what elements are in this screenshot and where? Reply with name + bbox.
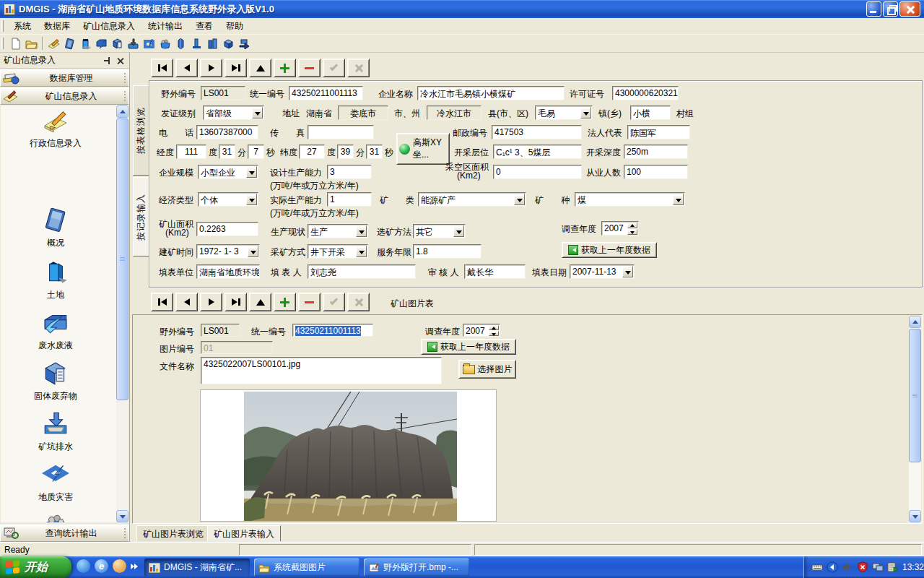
photo-no-input[interactable]: 01 — [201, 341, 273, 354]
status-combo[interactable]: 生产 — [308, 224, 368, 238]
economy-combo[interactable]: 个体 — [198, 192, 258, 207]
pin-icon[interactable] — [103, 56, 113, 66]
sidebar-item-solid-waste[interactable]: 固体废弃物 — [1, 360, 110, 401]
lon-sec-input[interactable]: 7 — [248, 144, 264, 159]
display-settings-icon[interactable] — [872, 561, 884, 573]
actual-input[interactable]: 1 — [327, 192, 372, 207]
fill-date-combo[interactable]: 2007-11-13 — [570, 264, 635, 279]
delete-record-button[interactable] — [298, 293, 321, 311]
menu-stats-output[interactable]: 统计输出 — [141, 18, 189, 35]
toolbar-grip[interactable] — [1, 38, 4, 49]
photo-unified-no-input[interactable]: 43250211001113 — [292, 324, 373, 337]
scroll-up-icon[interactable] — [116, 105, 128, 118]
column-icon[interactable] — [188, 35, 204, 51]
chevron-down-icon[interactable] — [453, 225, 464, 237]
last-record-button[interactable] — [225, 59, 247, 77]
next-record-button[interactable] — [200, 59, 222, 77]
survey-year-spinner[interactable]: 2007 — [601, 221, 639, 236]
filler-input[interactable]: 刘志尧 — [308, 264, 416, 279]
county-combo[interactable]: 毛易 — [535, 105, 593, 120]
lon-min-input[interactable]: 31 — [219, 144, 235, 159]
town-input[interactable]: 小横 — [630, 105, 671, 120]
cert-level-combo[interactable]: 省部级 — [203, 105, 264, 120]
sidebar-item-geohazard[interactable]: 地质灾害 — [1, 461, 110, 502]
land-icon[interactable] — [77, 35, 93, 51]
start-button[interactable]: 开始 — [0, 556, 71, 578]
phone-input[interactable]: 13607387000 — [196, 125, 258, 139]
geohazard-icon[interactable] — [141, 35, 157, 51]
pillar-icon[interactable] — [173, 35, 188, 51]
task-monitor-icon[interactable] — [887, 561, 899, 573]
wastewater-icon[interactable] — [93, 35, 109, 51]
first-record-button[interactable] — [151, 59, 173, 77]
quicklaunch-outlook-icon[interactable] — [113, 559, 126, 573]
post-record-button[interactable] — [323, 59, 345, 77]
built-date-combo[interactable]: 1972- 1- 3 — [196, 244, 260, 259]
land-survey-icon[interactable] — [157, 35, 173, 51]
sidebar-item-admin-entry[interactable]: 行政信息录入 — [1, 108, 110, 148]
unified-no-input[interactable]: 43250211001113 — [289, 86, 363, 100]
quicklaunch-ie-icon[interactable]: e — [95, 559, 108, 573]
mine-kind-combo[interactable]: 煤 — [575, 192, 685, 207]
chevron-more-icon[interactable] — [131, 563, 138, 570]
tab-browse-table[interactable]: 按表格浏览 — [133, 85, 149, 176]
workers-input[interactable]: 100 — [624, 165, 688, 179]
sidebar-scrollbar[interactable] — [116, 105, 128, 522]
scroll-up-icon[interactable] — [909, 316, 921, 328]
depth-input[interactable]: 250m — [624, 144, 688, 159]
license-input[interactable]: 4300000620321 — [612, 86, 679, 100]
company-input[interactable]: 冷水江市毛易镇小横煤矿 — [417, 86, 565, 100]
menu-database[interactable]: 数据库 — [38, 18, 77, 35]
method-combo[interactable]: 其它 — [413, 224, 466, 238]
chevron-down-icon[interactable] — [673, 194, 684, 205]
cancel-record-button[interactable] — [347, 293, 370, 311]
close-button[interactable] — [899, 1, 920, 17]
prev-record-button[interactable] — [175, 59, 198, 77]
taskbar-task-dmgis[interactable]: DMGIS - 湖南省矿... — [144, 558, 250, 577]
sidebar-item-land-survey[interactable]: 土地调查 — [1, 512, 110, 522]
chevron-down-icon[interactable] — [246, 194, 257, 205]
lat-min-input[interactable]: 39 — [337, 144, 354, 159]
sidebar-item-drainage[interactable]: 矿坑排水 — [1, 410, 110, 452]
photo-panel-scrollbar[interactable] — [909, 316, 921, 522]
scrollbar-thumb[interactable] — [116, 118, 128, 400]
choose-image-button[interactable]: 选择图片 — [458, 360, 516, 379]
lon-deg-input[interactable]: 111 — [176, 144, 206, 159]
chevron-down-icon[interactable] — [246, 166, 257, 178]
open-file-icon[interactable] — [23, 35, 39, 51]
add-record-button[interactable] — [274, 59, 296, 77]
quicklaunch-messenger-icon[interactable] — [77, 559, 90, 573]
photo-field-no-input[interactable]: LS001 — [201, 324, 240, 337]
sidebar-group-database[interactable]: 数据库管理 — [0, 69, 129, 87]
chevron-down-icon[interactable] — [514, 194, 525, 205]
layer-input[interactable]: C₁c¹ 3、5煤层 — [493, 144, 582, 159]
overview-icon[interactable] — [61, 35, 77, 51]
chevron-down-icon[interactable] — [356, 246, 367, 257]
post-record-button[interactable] — [323, 293, 345, 311]
export-icon[interactable] — [236, 35, 252, 51]
scroll-down-icon[interactable] — [116, 510, 128, 522]
scrollbar-thumb[interactable] — [909, 329, 921, 462]
prev-record-button[interactable] — [175, 293, 198, 311]
menu-mine-entry[interactable]: 矿山信息录入 — [77, 18, 141, 35]
service-input[interactable]: 1.8 — [413, 244, 481, 259]
fill-unit-input[interactable]: 湖南省地质环境 — [196, 264, 260, 279]
field-no-input[interactable]: LS001 — [201, 86, 245, 100]
tab-photo-input[interactable]: 矿山图片表输入 — [207, 525, 281, 541]
chevron-down-icon[interactable] — [580, 107, 591, 118]
sidebar-item-land[interactable]: 土地 — [1, 257, 110, 300]
design-input[interactable]: 3 — [327, 165, 372, 179]
lat-deg-input[interactable]: 27 — [299, 144, 325, 159]
chevron-down-icon[interactable] — [252, 107, 263, 118]
chevron-down-icon[interactable] — [622, 266, 633, 277]
next-record-button[interactable] — [200, 293, 222, 311]
file-name-input[interactable]: 4325022007LS00101.jpg — [201, 357, 442, 384]
tab-photo-browse[interactable]: 矿山图片表浏览 — [136, 525, 210, 541]
sidebar-group-query-output[interactable]: 查询统计输出 — [0, 525, 129, 542]
fax-input[interactable] — [308, 125, 374, 139]
delete-record-button[interactable] — [298, 59, 321, 77]
menu-grip[interactable] — [1, 20, 4, 32]
drainage-icon[interactable] — [125, 35, 141, 51]
spin-down-icon[interactable] — [627, 229, 637, 235]
buildings-icon[interactable] — [204, 35, 220, 51]
